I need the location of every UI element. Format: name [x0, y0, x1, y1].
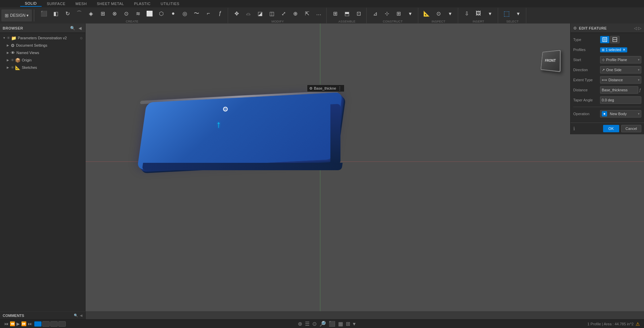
shell-icon[interactable]: ◫	[266, 8, 277, 19]
construct-down-icon[interactable]: ▾	[405, 8, 416, 19]
ef-profiles-value[interactable]: ⊞ 1 selected ✕	[600, 47, 641, 52]
comments-collapse-icon[interactable]: ◀	[80, 314, 83, 317]
tab-utilities[interactable]: UTILITIES	[156, 1, 184, 6]
hole-icon[interactable]: ⊙	[120, 8, 132, 19]
extrude-icon[interactable]: ◧	[50, 8, 61, 19]
box-icon[interactable]: ⬜	[144, 8, 155, 19]
offset-icon[interactable]: ⇱	[301, 8, 313, 19]
select1-icon[interactable]: ⬚	[501, 8, 512, 19]
web-icon[interactable]: ⊗	[109, 8, 120, 19]
tree-item-named-views[interactable]: ▶ 👁 Named Views	[0, 49, 85, 56]
root-settings-icon[interactable]: ⊙	[80, 36, 83, 40]
snap-icon[interactable]: ⊕	[298, 321, 302, 327]
frame-box-2[interactable]	[42, 321, 50, 327]
ef-distance-input[interactable]	[600, 86, 638, 94]
orbit-icon[interactable]: ⊙	[312, 321, 317, 327]
comments-search-icon[interactable]: 🔍	[74, 314, 78, 317]
tab-plastic[interactable]: PLASTIC	[129, 1, 155, 6]
revolve-icon[interactable]: ↻	[62, 8, 73, 19]
browser-collapse-icon[interactable]: ◀	[77, 26, 83, 31]
dim-more-icon[interactable]: ⋮	[337, 86, 342, 91]
display-more-icon[interactable]: ▾	[353, 321, 356, 327]
formula-icon[interactable]: ƒ	[214, 8, 226, 19]
body-top-face[interactable]	[137, 92, 342, 170]
tab-surface[interactable]: SURFACE	[42, 1, 70, 6]
inspect1-icon[interactable]: 📐	[421, 8, 432, 19]
select-down-icon[interactable]: ▾	[513, 8, 524, 19]
viewport[interactable]: ↑ ⚙ Base_thickne ⋮ FRONT	[86, 24, 644, 311]
ef-direction-dropdown[interactable]: ↗ One Side ▾	[600, 66, 641, 74]
assemble3-icon[interactable]: ⊡	[353, 8, 364, 19]
handle-circle[interactable]	[223, 107, 228, 111]
ef-taper-input[interactable]	[600, 96, 641, 104]
ef-start-dropdown[interactable]: ⊹ Profile Plane ▾	[600, 56, 641, 63]
insert1-icon[interactable]: ⇩	[461, 8, 472, 19]
display1-icon[interactable]: ⬛	[329, 321, 335, 327]
rib-icon[interactable]: ⊞	[97, 8, 108, 19]
cylinder-icon[interactable]: ⬡	[156, 8, 167, 19]
ef-expand-icon[interactable]: ◁	[634, 26, 637, 31]
move-icon[interactable]: ✥	[231, 8, 242, 19]
ef-extent-type-dropdown[interactable]: ⟺ Distance ▾	[600, 76, 641, 84]
browser-search-icon[interactable]: 🔍	[69, 26, 76, 31]
tree-item-root[interactable]: ▼ 👁 📁 Parameters Demonstration v2 ⊙	[0, 34, 85, 42]
frame-box-1[interactable]	[34, 321, 42, 327]
ef-info-icon[interactable]: ℹ	[573, 126, 575, 131]
loft-icon[interactable]: ◈	[85, 8, 97, 19]
tree-item-doc-settings[interactable]: ▶ ⚙ Document Settings	[0, 42, 85, 49]
insert-down-icon[interactable]: ▾	[484, 8, 496, 19]
tab-mesh[interactable]: MESH	[71, 1, 92, 6]
scale-icon[interactable]: ⤢	[278, 8, 289, 19]
display2-icon[interactable]: ▦	[338, 321, 343, 327]
tab-sheet-metal[interactable]: SHEET METAL	[92, 1, 129, 6]
cube-face[interactable]: FRONT	[541, 50, 561, 72]
ef-distance-formula-icon[interactable]: ƒ	[639, 88, 641, 92]
construct1-icon[interactable]: ⊿	[369, 8, 381, 19]
tree-item-sketches[interactable]: ▶ 👁 📐 Sketches	[0, 64, 85, 71]
nav-cube[interactable]: FRONT	[540, 50, 567, 77]
origin-eye-icon[interactable]: 👁	[11, 58, 14, 62]
construct2-icon[interactable]: ⊹	[381, 8, 392, 19]
more-modify-icon[interactable]: …	[313, 8, 324, 19]
pipe-icon[interactable]: ⌐	[203, 8, 214, 19]
inspect2-icon[interactable]: ⊙	[433, 8, 444, 19]
pan-icon[interactable]: ☰	[305, 321, 310, 327]
tab-solid[interactable]: SOLID	[20, 1, 42, 7]
ef-type-btn-1[interactable]	[600, 36, 609, 43]
ef-type-btn-2[interactable]	[610, 36, 620, 43]
playback-play-icon[interactable]: ▶	[16, 321, 20, 326]
assemble2-icon[interactable]: ⬒	[341, 8, 353, 19]
ef-pin-icon[interactable]: ▷	[638, 26, 641, 31]
sweep-icon[interactable]: ⌒	[73, 8, 85, 19]
thread-icon[interactable]: ≋	[132, 8, 144, 19]
inspect3-icon[interactable]: ▾	[444, 8, 456, 19]
sphere-icon[interactable]: ●	[167, 8, 179, 19]
insert2-icon[interactable]: 🖼	[473, 8, 484, 19]
ef-profiles-tag[interactable]: ⊞ 1 selected ✕	[600, 47, 627, 52]
ef-ok-button[interactable]: OK	[603, 125, 619, 132]
torus-icon[interactable]: ◎	[179, 8, 191, 19]
assemble1-icon[interactable]: ⊞	[329, 8, 341, 19]
dimension-label[interactable]: ⚙ Base_thickne ⋮	[307, 85, 344, 92]
playback-next-icon[interactable]: ⏩	[21, 321, 26, 326]
tree-item-origin[interactable]: ▶ 👁 📦 Origin	[0, 56, 85, 64]
root-eye-icon[interactable]: 👁	[7, 36, 10, 40]
combine-icon[interactable]: ⊕	[289, 8, 301, 19]
ef-cancel-button[interactable]: Cancel	[621, 125, 641, 132]
design-button[interactable]: ⊞ DESIGN ▾	[1, 9, 32, 21]
coil-icon[interactable]: 〜	[191, 8, 202, 19]
display3-icon[interactable]: ⊞	[346, 321, 350, 327]
frame-box-4[interactable]	[58, 321, 66, 327]
new-component-icon[interactable]: ⬛	[38, 8, 50, 19]
chamfer-icon[interactable]: ◪	[254, 8, 266, 19]
ef-operation-dropdown[interactable]: ■ New Body ▾	[600, 110, 641, 118]
frame-box-3[interactable]	[50, 321, 58, 327]
fillet-icon[interactable]: ⌓	[243, 8, 254, 19]
playback-start-icon[interactable]: ⏮	[4, 321, 8, 326]
playback-end-icon[interactable]: ⏭	[28, 321, 32, 326]
construct3-icon[interactable]: ⊞	[393, 8, 404, 19]
ef-profiles-remove-icon[interactable]: ✕	[623, 48, 626, 52]
playback-prev-icon[interactable]: ⏪	[10, 321, 15, 326]
sketches-eye-icon[interactable]: 👁	[11, 65, 14, 69]
zoom-icon[interactable]: 🔎	[319, 321, 326, 327]
